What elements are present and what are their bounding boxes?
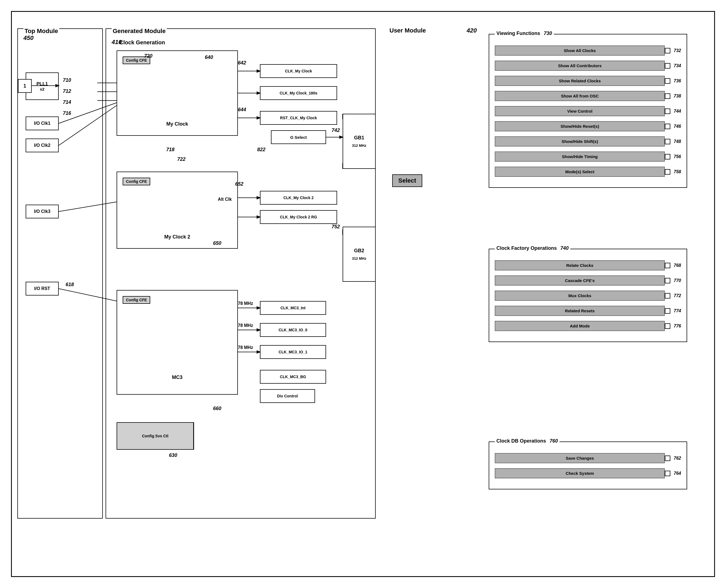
factory-panel-num: 740 <box>560 245 569 251</box>
factory-panel-title: Clock Factory Operations 740 <box>495 245 570 251</box>
gb2-label: GB2 <box>354 248 364 254</box>
num-752: 752 <box>331 224 340 230</box>
db-panel-num: 760 <box>550 438 558 444</box>
user-module-label: User Module <box>389 27 426 34</box>
top-module-box: Top Module 450 <box>17 28 103 519</box>
cascade-cfes-button[interactable]: Cascade CFE's <box>495 275 665 286</box>
check-system-button[interactable]: Check System <box>495 468 665 478</box>
btn-row-add-mode: Add Mode 776 <box>495 321 681 331</box>
view-control-icon <box>665 108 670 114</box>
clk-mc3io1-box: CLK_MC3_IO_1 <box>260 345 326 359</box>
mc3-label: MC3 <box>172 375 182 380</box>
clk-mc3bg-box: CLK_MC3_BG <box>260 370 326 384</box>
alt-clk-label: Alt Clk <box>218 197 232 202</box>
g-select-box: G Select <box>271 130 326 144</box>
gen-module-label: Generated Module <box>112 27 167 35</box>
related-resets-num: 774 <box>673 309 681 313</box>
pll1-sub: x2 <box>40 87 45 91</box>
show-related-clocks-button[interactable]: Show Related Clocks <box>495 76 665 86</box>
show-hide-resets-button[interactable]: Show/Hide Reset(s) <box>495 121 665 131</box>
show-all-contributors-icon <box>665 63 670 68</box>
clock-gen-label: Clock Generation <box>119 39 165 46</box>
user-module-num: 420 <box>467 27 477 34</box>
num-822: 822 <box>257 147 265 152</box>
freq-78mhz-1: 78 MHz <box>238 301 253 306</box>
show-all-from-osc-icon <box>665 93 670 99</box>
show-all-clocks-icon <box>665 48 670 54</box>
db-panel-title: Clock DB Operations 760 <box>495 438 560 444</box>
div-control-box: Div Control <box>260 389 315 403</box>
btn-row-save-changes: Save Changes 762 <box>495 453 681 463</box>
num-742: 742 <box>331 127 340 133</box>
top-module-num: 450 <box>23 35 34 42</box>
clk-myclock2-box: CLK_My Clock 2 <box>260 191 337 205</box>
btn-row-view-control: View Control 744 <box>495 106 681 116</box>
btn-row-show-hide-timing: Show/Hide Timing 756 <box>495 151 681 162</box>
save-changes-button[interactable]: Save Changes <box>495 453 665 463</box>
num-660: 660 <box>213 406 221 412</box>
view-control-button[interactable]: View Control <box>495 106 665 116</box>
btn-row-related-resets: Related Resets 774 <box>495 306 681 316</box>
related-resets-button[interactable]: Related Resets <box>495 306 665 316</box>
pll1-label: PLL1 <box>36 81 48 87</box>
config-svs-box[interactable]: Config Svs Ctl <box>117 422 194 450</box>
viewing-panel: Viewing Functions 730 Show All Clocks 73… <box>489 34 687 188</box>
mc3-config-cfe[interactable]: Config CFE <box>123 296 150 304</box>
num-650: 650 <box>213 240 221 246</box>
show-hide-shifts-button[interactable]: Show/Hide Shift(s) <box>495 136 665 147</box>
btn-row-show-hide-shifts: Show/Hide Shift(s) 748 <box>495 136 681 147</box>
num-720: 720 <box>144 53 153 59</box>
modes-select-icon <box>665 169 670 175</box>
modes-select-num: 758 <box>673 169 681 174</box>
show-hide-resets-icon <box>665 124 670 129</box>
num-644: 644 <box>238 107 246 113</box>
btn-row-show-all-clocks: Show All Clocks 732 <box>495 45 681 56</box>
clk-mc3int-box: CLK_MC3_Int <box>260 301 326 315</box>
mux-clocks-button[interactable]: Mux Clocks <box>495 291 665 301</box>
show-all-contributors-num: 734 <box>673 63 681 68</box>
io-clk3-box: I/O Clk3 <box>26 205 59 218</box>
viewing-panel-title: Viewing Functions 730 <box>495 30 554 36</box>
io-clk1-label: I/O Clk1 <box>34 121 51 126</box>
btn-row-relate-clocks: Relate Clocks 768 <box>495 260 681 270</box>
modes-select-button[interactable]: Mode(s) Select <box>495 167 665 177</box>
freq-78mhz-2: 78 MHz <box>238 323 253 328</box>
gb2-freq: 312 MHz <box>352 256 366 260</box>
select-label[interactable]: Select <box>392 174 422 187</box>
add-mode-button[interactable]: Add Mode <box>495 321 665 331</box>
cascade-cfes-num: 770 <box>673 278 681 283</box>
save-changes-icon <box>665 456 670 461</box>
myclock2-block: Config CFE Alt Clk My Clock 2 <box>117 172 238 249</box>
myclock2-config-cfe[interactable]: Config CFE <box>123 177 150 185</box>
factory-panel: Clock Factory Operations 740 Relate Cloc… <box>489 249 687 342</box>
myclock-label: My Clock <box>166 121 188 127</box>
check-system-icon <box>665 471 670 476</box>
num-714: 714 <box>63 100 71 105</box>
view-control-num: 744 <box>673 109 681 114</box>
relate-clocks-button[interactable]: Relate Clocks <box>495 260 665 270</box>
show-all-from-osc-button[interactable]: Show All from OSC <box>495 91 665 101</box>
num-630: 630 <box>169 453 177 458</box>
io-rst-box: I/O RST <box>26 282 59 295</box>
btn-row-check-system: Check System 764 <box>495 468 681 478</box>
num-722: 722 <box>177 156 185 162</box>
myclock-block: Config CFE My Clock <box>117 50 238 136</box>
show-all-clocks-button[interactable]: Show All Clocks <box>495 45 665 56</box>
show-hide-timing-button[interactable]: Show/Hide Timing <box>495 151 665 162</box>
num-716: 716 <box>63 110 71 116</box>
btn-row-show-hide-resets: Show/Hide Reset(s) 746 <box>495 121 681 131</box>
mux-clocks-num: 772 <box>673 293 681 298</box>
num-640: 640 <box>205 55 213 60</box>
viewing-panel-num: 730 <box>544 30 552 36</box>
gb2-box: GB2 312 MHz <box>343 227 376 282</box>
btn-row-show-all-from-osc: Show All from OSC 738 <box>495 91 681 101</box>
num-618: 618 <box>66 282 74 288</box>
relate-clocks-icon <box>665 263 670 268</box>
show-all-from-osc-num: 738 <box>673 93 681 99</box>
num-652: 652 <box>235 181 243 187</box>
clk-myclock180-box: CLK_My Clock_180s <box>260 86 337 100</box>
io-clk1-box: I/O Clk1 <box>26 117 59 130</box>
input-1-box: 1 <box>18 79 32 93</box>
clk-myclock-box: CLK_My Clock <box>260 64 337 78</box>
show-all-contributors-button[interactable]: Show All Contributors <box>495 61 665 71</box>
